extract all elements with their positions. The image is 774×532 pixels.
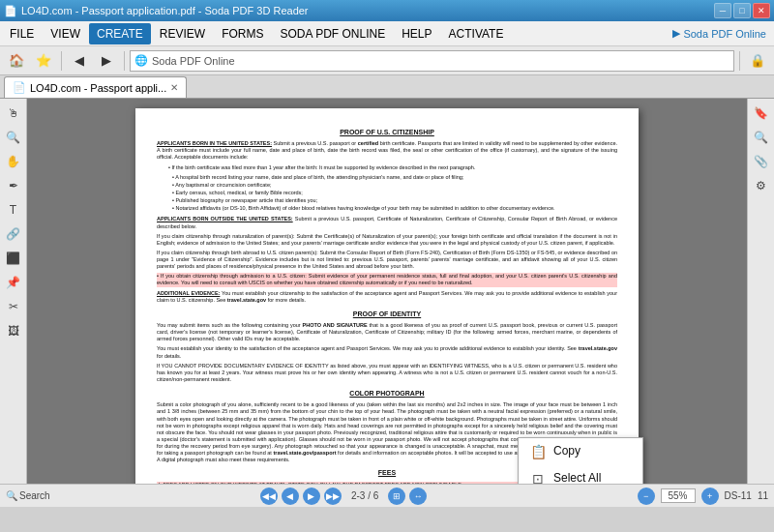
citizenship-text-1: APPLICANTS BORN IN THE UNITED STATES: Su…	[157, 140, 617, 161]
tool-settings-right[interactable]: ⚙	[751, 175, 772, 196]
menu-forms[interactable]: FORMS	[214, 23, 271, 44]
tool-text[interactable]: T	[3, 199, 24, 221]
toolbar-sep-3	[739, 51, 740, 71]
status-version: 11	[758, 490, 768, 501]
menu-file[interactable]: FILE	[2, 23, 42, 44]
tool-attach-right[interactable]: 📎	[751, 151, 772, 172]
citizenship-bullet-2: • Any baptismal or circumcision certific…	[172, 182, 617, 189]
menu-activate[interactable]: ACTIVATE	[441, 23, 512, 44]
status-center: ◀◀ ◀ ▶ ▶▶ 2-3 / 6 ⊞ ↔	[58, 488, 630, 505]
copy-icon: 📋	[530, 443, 546, 460]
tool-pen[interactable]: ✒	[3, 175, 24, 196]
tool-hand[interactable]: ✋	[3, 151, 24, 172]
zoom-level: 55%	[661, 488, 696, 503]
citizenship-bullet-1: • A hospital birth record listing your n…	[172, 174, 617, 181]
menu-create[interactable]: CREATE	[89, 23, 151, 44]
tool-link[interactable]: 🔗	[3, 223, 24, 245]
nav-prev-button[interactable]: ◀	[282, 488, 299, 505]
section-identity-title: PROOF OF IDENTITY	[157, 310, 617, 318]
address-text: Soda PDF Online	[152, 55, 235, 67]
search-area: 🔍 Search	[6, 490, 50, 501]
nav-first-button[interactable]: ◀◀	[260, 488, 278, 505]
tool-zoom[interactable]: 🔍	[3, 127, 24, 148]
search-icon-status: 🔍	[6, 490, 17, 501]
tab-bar: 📄 LO4D.com - Passport appli... ✕	[0, 75, 774, 99]
menu-help[interactable]: HELP	[394, 23, 439, 44]
tool-scissors[interactable]: ✂	[3, 296, 24, 317]
zoom-in-button[interactable]: +	[701, 488, 719, 505]
toolbar-sep-2	[124, 51, 125, 71]
title-bar-title: LO4D.com - Passport application.pdf - So…	[21, 5, 309, 16]
toolbar-forward[interactable]: ▶	[94, 49, 119, 73]
toolbar-home[interactable]: 🏠	[4, 49, 29, 73]
tool-bookmark-right[interactable]: 🔖	[751, 103, 772, 124]
tool-rect[interactable]: ⬛	[3, 248, 24, 269]
tool-cursor[interactable]: 🖱	[3, 103, 24, 124]
context-menu: 📋 Copy ⊡ Select All ⊟ Deselect All	[518, 437, 643, 484]
tool-search-right[interactable]: 🔍	[751, 127, 772, 148]
context-menu-select-all[interactable]: ⊡ Select All	[519, 465, 642, 484]
citizenship-text-3: If you claim citizenship through natural…	[157, 233, 617, 247]
fit-page-button[interactable]: ⊞	[388, 488, 405, 505]
citizenship-text-2: APPLICANTS BORN OUTSIDE THE UNITED STATE…	[157, 216, 617, 229]
zoom-out-button[interactable]: −	[638, 488, 655, 505]
select-all-icon: ⊡	[530, 470, 546, 484]
context-menu-copy-label: Copy	[553, 444, 580, 459]
left-tools-panel: 🖱 🔍 ✋ ✒ T 🔗 ⬛ 📌 ✂ 🖼	[0, 99, 27, 484]
pdf-area[interactable]: PROOF OF U.S. CITIZENSHIP APPLICANTS BOR…	[27, 99, 747, 484]
identity-text-1: You may submit items such as the followi…	[157, 322, 617, 342]
tab-icon: 📄	[13, 81, 26, 94]
menu-bar: FILE VIEW CREATE REVIEW FORMS SODA PDF O…	[0, 21, 774, 46]
status-bar: 🔍 Search ◀◀ ◀ ▶ ▶▶ 2-3 / 6 ⊞ ↔ − 55% + D…	[0, 484, 774, 507]
right-tools-panel: 🔖 🔍 📎 ⚙	[747, 99, 774, 484]
minimize-button[interactable]: ─	[714, 3, 731, 18]
main-layout: 🖱 🔍 ✋ ✒ T 🔗 ⬛ 📌 ✂ 🖼 PROOF OF U.S. CITIZE…	[0, 99, 774, 484]
identity-text-3: If YOU CANNOT PROVIDE DOCUMENTARY EVIDEN…	[157, 363, 617, 383]
toolbar-sep-1	[61, 51, 62, 71]
menu-view[interactable]: VIEW	[43, 23, 88, 44]
context-menu-copy[interactable]: 📋 Copy	[519, 438, 642, 465]
maximize-button[interactable]: □	[733, 3, 751, 18]
section-citizenship-title: PROOF OF U.S. CITIZENSHIP	[157, 128, 617, 136]
address-bar-inline[interactable]: 🌐 Soda PDF Online	[130, 50, 734, 72]
toolbar-bookmark[interactable]: ⭐	[31, 49, 56, 73]
citizenship-text-6: ADDITIONAL EVIDENCE: You must establish …	[157, 290, 617, 304]
identity-text-2: You must establish your identity to the …	[157, 345, 617, 359]
citizenship-text-5: • If you obtain citizenship through admi…	[157, 273, 617, 286]
section-photo-title: COLOR PHOTOGRAPH	[157, 389, 617, 398]
citizenship-bullet-5: • Notarized affidavits (or DS-10, Birth …	[172, 205, 617, 212]
address-icon: 🌐	[134, 54, 148, 67]
page-info: 2-3 / 6	[351, 490, 378, 501]
tab-label: LO4D.com - Passport appli...	[30, 82, 166, 94]
tab-close-button[interactable]: ✕	[170, 82, 178, 93]
menu-soda-online[interactable]: SODA PDF ONLINE	[273, 23, 394, 44]
pdf-page: PROOF OF U.S. CITIZENSHIP APPLICANTS BOR…	[135, 108, 639, 484]
soda-online-link[interactable]: ▶Soda PDF Online	[672, 27, 772, 40]
toolbar-lock[interactable]: 🔒	[745, 49, 770, 73]
context-menu-select-all-label: Select All	[553, 471, 601, 484]
nav-last-button[interactable]: ▶▶	[324, 488, 342, 505]
toolbar: 🏠 ⭐ ◀ ▶ 🌐 Soda PDF Online 🔒	[0, 46, 774, 75]
status-right: − 55% + DS-11 11	[638, 488, 768, 505]
app-icon: 📄	[4, 5, 17, 17]
status-date: DS-11	[725, 490, 752, 501]
tool-pin[interactable]: 📌	[3, 272, 24, 293]
citizenship-bullet-3: • Early census, school, medical, or fami…	[172, 190, 617, 196]
toolbar-back[interactable]: ◀	[67, 49, 92, 73]
close-button[interactable]: ✕	[753, 3, 770, 18]
title-bar-controls: ─ □ ✕	[714, 3, 770, 18]
search-label: Search	[19, 490, 50, 501]
title-bar: 📄 LO4D.com - Passport application.pdf - …	[0, 0, 774, 21]
citizenship-note-1: • If the birth certificate was filed mor…	[168, 164, 617, 171]
nav-next-button[interactable]: ▶	[303, 488, 320, 505]
menu-review[interactable]: REVIEW	[152, 23, 213, 44]
citizenship-text-4: If you claim citizenship through birth a…	[157, 250, 617, 270]
citizenship-bullet-4: • Published biography or newspaper artic…	[172, 197, 617, 204]
fit-width-button[interactable]: ↔	[409, 488, 427, 505]
title-bar-left: 📄 LO4D.com - Passport application.pdf - …	[4, 5, 309, 17]
tab-main[interactable]: 📄 LO4D.com - Passport appli... ✕	[4, 76, 187, 98]
tool-image[interactable]: 🖼	[3, 320, 24, 341]
